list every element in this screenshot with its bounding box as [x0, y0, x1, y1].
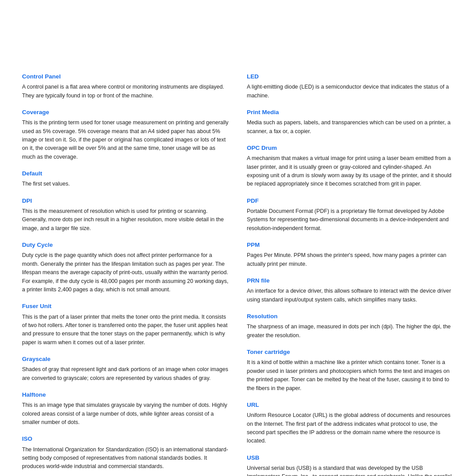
- term-heading-left-1: Coverage: [22, 108, 229, 117]
- term-heading-left-3: DPI: [22, 197, 229, 205]
- right-column: LEDA light-emitting diode (LED) is a sem…: [247, 64, 454, 476]
- term-body-left-3: This is the measurement of resolution wh…: [22, 207, 229, 233]
- term-heading-right-6: Resolution: [247, 312, 454, 321]
- term-heading-left-6: Grayscale: [22, 355, 229, 364]
- term-heading-right-7: Toner cartridge: [247, 348, 454, 357]
- term-body-right-3: Portable Document Format (PDF) is a prop…: [247, 207, 454, 233]
- term-heading-right-3: PDF: [247, 197, 454, 205]
- term-body-right-2: A mechanism that makes a virtual image f…: [247, 154, 454, 189]
- term-heading-left-7: Halftone: [22, 390, 229, 399]
- term-heading-right-4: PPM: [247, 241, 454, 249]
- content-columns: Control PanelA control panel is a flat a…: [22, 64, 454, 476]
- term-heading-right-5: PRN file: [247, 276, 454, 285]
- term-heading-left-4: Duty Cycle: [22, 241, 229, 249]
- term-heading-left-5: Fuser Unit: [22, 302, 229, 311]
- term-body-left-7: This is an image type that simulates gra…: [22, 401, 229, 427]
- term-heading-right-2: OPC Drum: [247, 144, 454, 152]
- term-body-left-6: Shades of gray that represent light and …: [22, 365, 229, 383]
- term-heading-left-2: Default: [22, 169, 229, 178]
- term-heading-left-0: Control Panel: [22, 72, 229, 81]
- term-body-left-4: Duty cycle is the page quantity which do…: [22, 251, 229, 294]
- term-heading-left-8: ISO: [22, 435, 229, 443]
- page: Control PanelA control panel is a flat a…: [0, 0, 476, 476]
- term-body-right-1: Media such as papers, labels, and transp…: [247, 119, 454, 136]
- term-body-right-9: Universal serial bus (USB) is a standard…: [247, 464, 454, 476]
- chapter-title: [22, 18, 454, 52]
- term-body-right-4: Pages Per Minute. PPM shows the printer'…: [247, 251, 454, 268]
- term-body-right-7: It is a kind of bottle within a machine …: [247, 358, 454, 393]
- term-body-right-6: The sharpness of an image, measured in d…: [247, 323, 454, 340]
- term-heading-right-0: LED: [247, 72, 454, 81]
- term-heading-right-8: URL: [247, 401, 454, 409]
- term-body-left-5: This is the part of a laser printer that…: [22, 313, 229, 347]
- term-body-left-8: The International Organization for Stand…: [22, 446, 229, 471]
- term-body-right-5: An interface for a device driver, this a…: [247, 287, 454, 304]
- term-body-right-0: A light-emitting diode (LED) is a semico…: [247, 83, 454, 100]
- term-body-right-8: Uniform Resource Locator (URL) is the gl…: [247, 411, 454, 446]
- term-heading-right-1: Print Media: [247, 108, 454, 117]
- left-column: Control PanelA control panel is a flat a…: [22, 64, 229, 476]
- term-heading-right-9: USB: [247, 454, 454, 462]
- term-body-left-1: This is the printing term used for toner…: [22, 119, 229, 161]
- term-body-left-0: A control panel is a flat area where con…: [22, 83, 229, 100]
- term-body-left-2: The first set values.: [22, 180, 229, 188]
